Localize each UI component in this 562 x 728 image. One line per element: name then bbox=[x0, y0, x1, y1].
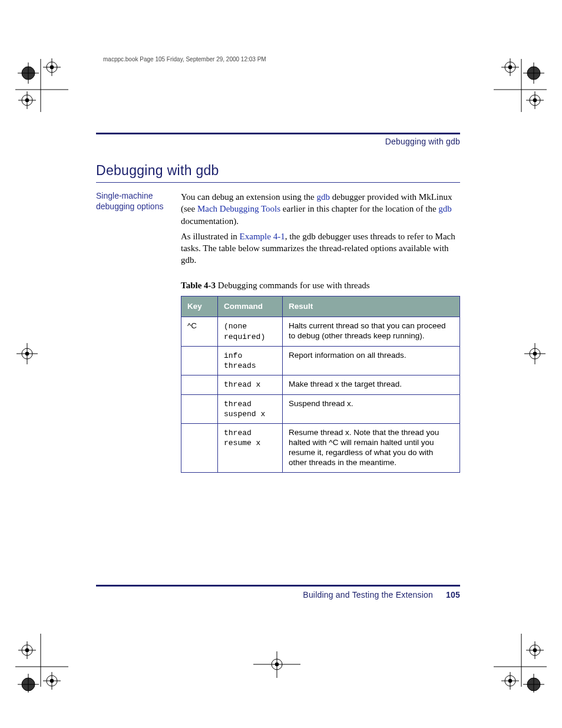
registration-mark-icon bbox=[15, 342, 51, 377]
registration-mark-icon bbox=[15, 634, 68, 693]
running-head: Debugging with gdb bbox=[96, 137, 460, 146]
paragraph: As illustrated in Example 4-1, the gdb d… bbox=[181, 230, 460, 266]
cell-result: Resume thread x. Note that the thread yo… bbox=[283, 424, 460, 473]
svg-point-0 bbox=[22, 67, 35, 80]
svg-point-46 bbox=[50, 679, 54, 683]
svg-point-26 bbox=[22, 348, 32, 359]
svg-point-59 bbox=[508, 679, 512, 683]
registration-mark-icon bbox=[494, 634, 547, 693]
svg-point-56 bbox=[505, 676, 515, 686]
svg-point-43 bbox=[47, 676, 57, 686]
registration-mark-icon bbox=[15, 53, 68, 112]
footer-rule bbox=[96, 585, 460, 587]
cell-command: threadsuspend x bbox=[218, 394, 283, 424]
link-mach-debugging-tools[interactable]: Mach Debugging Tools bbox=[197, 204, 280, 213]
svg-point-12 bbox=[25, 98, 29, 102]
svg-point-18 bbox=[505, 62, 515, 73]
svg-point-63 bbox=[275, 663, 279, 666]
link-example-4-1[interactable]: Example 4-1 bbox=[240, 232, 285, 241]
table-number: Table 4-3 bbox=[181, 281, 216, 290]
cell-key bbox=[181, 394, 218, 424]
svg-point-22 bbox=[530, 95, 540, 106]
table-header-row: Key Command Result bbox=[181, 296, 460, 317]
table-row: thread xMake thread x the target thread. bbox=[181, 375, 460, 394]
svg-point-55 bbox=[533, 648, 537, 652]
margin-label: Single-machine debugging options bbox=[96, 191, 175, 473]
page: macppc.book Page 105 Friday, September 2… bbox=[0, 0, 562, 728]
svg-point-9 bbox=[22, 95, 32, 106]
svg-point-42 bbox=[25, 648, 29, 652]
cell-key: ^C bbox=[181, 317, 218, 347]
cell-result: Halts current thread so that you can pro… bbox=[283, 317, 460, 347]
svg-point-29 bbox=[25, 352, 29, 355]
col-command: Command bbox=[218, 296, 283, 317]
svg-point-5 bbox=[47, 62, 57, 73]
body-text: You can debug an extension using the gdb… bbox=[181, 191, 460, 473]
page-footer: Building and Testing the Extension 105 bbox=[96, 590, 460, 599]
cell-command: thread x bbox=[218, 375, 283, 394]
registration-mark-icon bbox=[253, 651, 300, 681]
page-number: 105 bbox=[446, 590, 460, 599]
col-result: Result bbox=[283, 296, 460, 317]
svg-point-39 bbox=[22, 645, 32, 655]
svg-point-33 bbox=[533, 352, 537, 355]
col-key: Key bbox=[181, 296, 218, 317]
svg-point-25 bbox=[533, 98, 537, 102]
cell-command: threadresume x bbox=[218, 424, 283, 473]
footer-text: Building and Testing the Extension bbox=[303, 590, 433, 599]
cell-key bbox=[181, 424, 218, 473]
cell-command: infothreads bbox=[218, 346, 283, 375]
svg-point-62 bbox=[272, 659, 282, 670]
cell-result: Make thread x the target thread. bbox=[283, 375, 460, 394]
svg-point-52 bbox=[530, 645, 540, 655]
cell-result: Report information on all threads. bbox=[283, 346, 460, 375]
table-caption: Table 4-3 Debugging commands for use wit… bbox=[181, 279, 460, 291]
cell-key bbox=[181, 346, 218, 375]
svg-point-13 bbox=[527, 67, 540, 80]
paragraph: You can debug an extension using the gdb… bbox=[181, 191, 460, 227]
table-row: threadresume xResume thread x. Note that… bbox=[181, 424, 460, 473]
registration-mark-icon bbox=[494, 53, 547, 112]
table-body: ^C(nonerequired)Halts current thread so … bbox=[181, 317, 460, 472]
header-rule bbox=[96, 133, 460, 134]
slug-text: macppc.book Page 105 Friday, September 2… bbox=[103, 56, 266, 62]
link-gdb[interactable]: gdb bbox=[317, 192, 330, 202]
content-frame: Debugging with gdb Debugging with gdb Si… bbox=[96, 133, 460, 589]
registration-mark-icon bbox=[511, 342, 547, 377]
cell-result: Suspend thread x. bbox=[283, 394, 460, 424]
svg-point-30 bbox=[530, 348, 540, 359]
cell-command: (nonerequired) bbox=[218, 317, 283, 347]
svg-point-47 bbox=[527, 678, 540, 691]
link-gdb-2[interactable]: gdb bbox=[438, 204, 452, 213]
section-heading: Debugging with gdb bbox=[96, 163, 460, 183]
svg-point-34 bbox=[22, 678, 35, 691]
svg-point-8 bbox=[50, 65, 54, 69]
table-title: Debugging commands for use with threads bbox=[216, 281, 370, 290]
body-two-column: Single-machine debugging options You can… bbox=[96, 191, 460, 473]
table-row: ^C(nonerequired)Halts current thread so … bbox=[181, 317, 460, 347]
framemaker-slug: macppc.book Page 105 Friday, September 2… bbox=[103, 56, 453, 62]
debug-commands-table: Key Command Result ^C(nonerequired)Halts… bbox=[181, 296, 460, 473]
svg-point-21 bbox=[508, 65, 512, 69]
table-row: threadsuspend xSuspend thread x. bbox=[181, 394, 460, 424]
table-row: infothreadsReport information on all thr… bbox=[181, 346, 460, 375]
cell-key bbox=[181, 375, 218, 394]
